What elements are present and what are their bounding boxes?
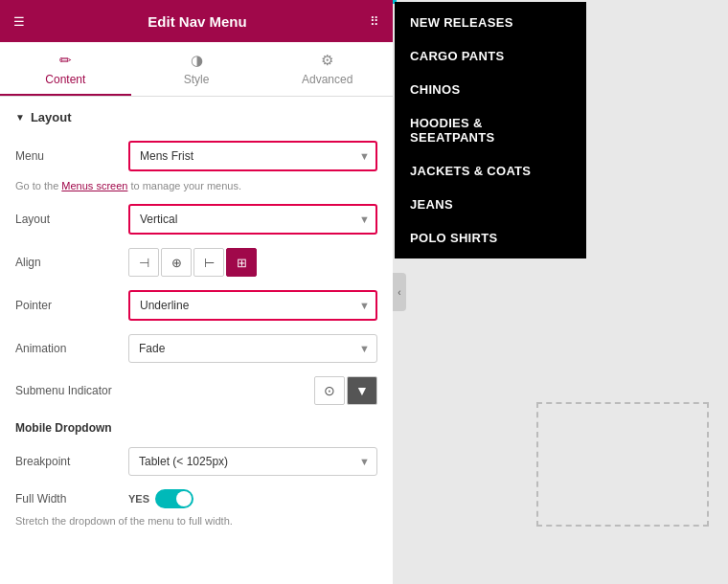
layout-arrow-icon: ▼ [15, 112, 25, 123]
advanced-tab-label: Advanced [302, 73, 353, 86]
advanced-tab-icon: ⚙ [321, 52, 333, 69]
align-left-button[interactable]: ⊣ [128, 248, 159, 277]
animation-select[interactable]: Fade [128, 334, 377, 363]
align-buttons-group: ⊣ ⊕ ⊢ ⊞ [128, 248, 257, 277]
style-tab-label: Style [184, 73, 210, 86]
align-justify-button[interactable]: ⊞ [226, 248, 257, 277]
layout-select[interactable]: Vertical [128, 204, 377, 235]
fullwidth-toggle-yes-label: YES [128, 493, 149, 505]
tab-advanced[interactable]: ⚙ Advanced [262, 42, 393, 96]
submenu-dropdown-button[interactable]: ▼ [347, 376, 377, 405]
nav-menu-item[interactable]: JACKETS & COATS [395, 154, 586, 188]
submenu-indicator-row: Submenu Indicator ⊙ ▼ [0, 370, 393, 412]
nav-menu-item[interactable]: POLO SHIRTS [395, 221, 586, 255]
menu-select[interactable]: Mens Frist [128, 141, 377, 171]
tabs-bar: ✏ Content ◑ Style ⚙ Advanced [0, 42, 393, 97]
nav-menu-container: NEW RELEASESCARGO PANTSCHINOSHOODIES & S… [393, 0, 397, 4]
breakpoint-row: Breakpoint Tablet (< 1025px) ▼ [0, 440, 393, 483]
animation-select-wrap: Fade ▼ [128, 334, 377, 363]
submenu-controls: ⊙ ▼ [314, 376, 377, 405]
grid-icon[interactable]: ⠿ [370, 14, 379, 29]
nav-menu-preview: NEW RELEASESCARGO PANTSCHINOSHOODIES & S… [395, 2, 586, 258]
align-row: Align ⊣ ⊕ ⊢ ⊞ [0, 241, 393, 283]
hint-prefix: Go to the [15, 180, 61, 191]
layout-select-wrap: Vertical ▼ [128, 204, 377, 235]
fullwidth-toggle[interactable] [155, 489, 193, 508]
panel-body: ▼ Layout Menu Mens Frist ▼ Go to the Men… [0, 97, 393, 584]
nav-menu-item[interactable]: CARGO PANTS [395, 39, 586, 73]
hint-suffix: to manage your menus. [127, 180, 241, 191]
fullwidth-label: Full Width [15, 492, 121, 505]
align-right-button[interactable]: ⊢ [193, 248, 224, 277]
pointer-row: Pointer Underline ▼ [0, 283, 393, 327]
menu-row: Menu Mens Frist ▼ [0, 134, 393, 178]
toggle-knob [176, 491, 192, 506]
empty-widget-placeholder [536, 402, 709, 527]
style-tab-icon: ◑ [191, 52, 203, 69]
mobile-dropdown-title: Mobile Dropdown [0, 412, 393, 440]
layout-section-label: Layout [31, 110, 72, 124]
panel-header: ☰ Edit Nav Menu ⠿ [0, 0, 393, 42]
fullwidth-toggle-wrap: YES [128, 489, 193, 508]
content-tab-label: Content [45, 73, 85, 86]
fullwidth-row: Full Width YES [0, 483, 393, 515]
nav-menu-item[interactable]: CHINOS [395, 73, 586, 106]
align-center-button[interactable]: ⊕ [161, 248, 192, 277]
pointer-label: Pointer [15, 299, 121, 312]
fullwidth-hint: Stretch the dropdown of the menu to full… [0, 515, 393, 532]
tab-style[interactable]: ◑ Style [131, 42, 262, 96]
nav-menu-item[interactable]: JEANS [395, 188, 586, 221]
menus-screen-link[interactable]: Menus screen [61, 180, 127, 191]
layout-row: Layout Vertical ▼ [0, 197, 393, 241]
pointer-select[interactable]: Underline [128, 290, 377, 321]
menu-hint: Go to the Menus screen to manage your me… [0, 178, 393, 197]
menu-label: Menu [15, 149, 121, 163]
animation-row: Animation Fade ▼ [0, 327, 393, 370]
layout-section-header: ▼ Layout [0, 97, 393, 134]
tab-content[interactable]: ✏ Content [0, 42, 131, 96]
hamburger-icon[interactable]: ☰ [13, 14, 25, 29]
animation-label: Animation [15, 342, 121, 355]
collapse-panel-button[interactable]: ‹ [393, 273, 406, 311]
breakpoint-select[interactable]: Tablet (< 1025px) [128, 447, 377, 476]
nav-menu-item[interactable]: HOODIES & SEEATPANTS [395, 106, 586, 154]
pointer-select-wrap: Underline ▼ [128, 290, 377, 321]
submenu-indicator-label: Submenu Indicator [15, 384, 314, 397]
breakpoint-select-wrap: Tablet (< 1025px) ▼ [128, 447, 377, 476]
panel-title: Edit Nav Menu [148, 13, 246, 30]
align-label: Align [15, 256, 121, 269]
menu-select-wrap: Mens Frist ▼ [128, 141, 377, 171]
layout-label: Layout [15, 213, 121, 226]
nav-menu-item[interactable]: NEW RELEASES [395, 6, 586, 39]
right-panel: NEW RELEASESCARGO PANTSCHINOSHOODIES & S… [393, 0, 728, 584]
breakpoint-label: Breakpoint [15, 455, 121, 468]
submenu-icon-button[interactable]: ⊙ [314, 376, 345, 405]
content-tab-icon: ✏ [59, 52, 72, 69]
